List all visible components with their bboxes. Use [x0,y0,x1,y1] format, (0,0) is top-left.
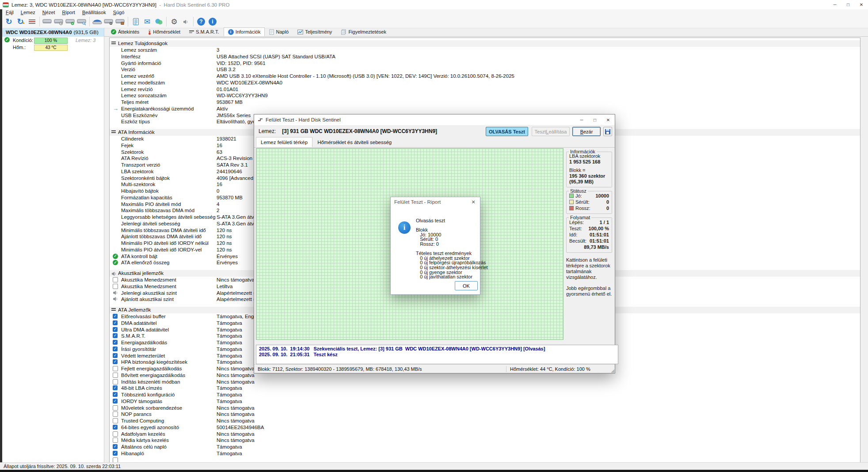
window-title: Lemez: 3, WDC WD10EZEX-08WN4A0 [WD-WCC6Y… [11,2,156,8]
tab-surface-map[interactable]: Lemez felületi térkép [256,137,312,147]
property-value: AMD USB 3.10 eXtensible Host Controller … [217,73,514,80]
property-row-lemez-modellszam[interactable]: Lemez modellszámWDC WD10EZEX-08WN4A0 [110,80,860,86]
property-row-altalanos-celu-naplo[interactable]: ✓Általános célú naplóTámogatva [110,444,860,450]
property-label: Minimális PIO átviteli idő IORDY-vel [121,247,202,253]
tab-informaciok[interactable]: iInformációk [224,27,265,36]
property-row-64-bites-egyedi-azonosito[interactable]: ✓64-bites egyedi azonosító50014EE2634946… [110,424,860,431]
toolbar-speaker-button[interactable] [180,16,191,27]
surface-maximize-button[interactable]: □ [588,114,602,125]
section-header-lemez-tulajdonsagok[interactable]: Lemez Tulajdonságok [110,40,860,47]
log-entry: 2025. 09. 10. 21:05:31 Teszt kész [259,352,615,358]
property-label: Minimális PIO átviteli idő IORDY nélkül [121,240,209,247]
tab-figyelmeztetesek[interactable]: Figyelmeztetések [336,27,391,36]
report-dialog-titlebar[interactable]: Felület Teszt - Riport ✕ [391,197,480,207]
sidebar-item-disk3[interactable]: WDC WD10EZEX-08WN4A0 (931,5 GB) [2,28,104,37]
property-value: Támogatva [217,398,242,405]
property-label: Cilinderek [121,136,144,142]
close-button[interactable]: ✕ [855,0,868,9]
menu-beallitasok[interactable]: Beállítások [79,10,110,15]
tab-naplo[interactable]: Napló [265,27,293,36]
property-row-energiatakarekossagi-uzemmod[interactable]: →Energiatakarékossági üzemmódAktív [110,106,860,112]
property-value: Támogatva [217,444,242,450]
toolbar-refresh-button[interactable]: ↻ [3,16,15,27]
toolbar-help-button[interactable]: ? [195,16,207,27]
resize-grip[interactable]: ◢ [611,368,614,373]
smart-dash-icon [189,30,194,34]
toolbar-info-button[interactable]: i [207,16,218,27]
property-row-interfesz[interactable]: InterfészUSB Attached SCSI (UASP) SAT St… [110,53,860,60]
property-row-hibanaplo[interactable]: ✓HibanaplóTámogatva [110,450,860,457]
property-value: 244190646 [217,168,242,175]
tab-teljesitmeny[interactable]: Teljesítmény [293,27,336,36]
tab-homerseklet[interactable]: Hőmérséklet [144,27,185,36]
property-row-lemez-sorszam[interactable]: Lemez sorszám3 [110,47,860,53]
checkbox-checked-icon: ✓ [113,392,118,397]
device-size: (931,5 GB) [74,30,99,35]
property-row-tobbszintu-konfiguracio[interactable]: ✓Többszintű konfigurációTámogatva [110,392,860,398]
tab-temperature-speed[interactable]: Hőmérséklet és átviteli sebesség [312,137,396,147]
toolbar-drive-check-button[interactable] [65,16,76,27]
minimize-button[interactable]: ─ [828,0,841,9]
group-statusz: StátuszJó:10000Sérült:0Rossz:0 [566,191,612,214]
stop-test-button[interactable]: Teszt Leállítása [532,127,570,136]
toolbar-mail-button[interactable]: ✉ [141,16,153,27]
drive-check-icon [65,18,75,25]
toolbar-refresh-alert-button[interactable]: ↻▲ [15,16,26,27]
read-test-button[interactable]: OLVASÁS Teszt [486,127,528,136]
toolbar-drive-box-button[interactable] [114,16,126,27]
toolbar-details-button[interactable] [26,16,38,27]
tab-attekintes[interactable]: ✓Áttekintés [107,27,144,36]
green-check-icon: ✓ [113,260,118,265]
property-row-nop-parancs[interactable]: NOP parancsNincs támogatva [110,411,860,418]
menu-nezet[interactable]: Nézet [39,10,59,15]
property-row-media-kartya-kezeles[interactable]: Média kártya kezelésNincs támogatva [110,437,860,444]
property-row-lemez-vezerlo[interactable]: Lemez vezérlőAMD USB 3.10 eXtensible Hos… [110,73,860,80]
toolbar-drive-search-button[interactable] [76,16,88,27]
property-row-48-bit-lba-cimzes[interactable]: ✓48-bit LBA címzésTámogatva [110,385,860,392]
main-titlebar[interactable]: Lemez: 3, WDC WD10EZEX-08WN4A0 [WD-WCC6Y… [0,0,868,9]
property-label: Lemez vezérlő [121,73,154,80]
surface-close-button[interactable]: ✕ [602,114,615,125]
property-row-lemez-sorozatszam[interactable]: Lemez sorozatszámWD-WCC6Y3YY3HN9 [110,92,860,99]
toolbar-network-button[interactable] [153,16,164,27]
close-surface-button[interactable]: Bezár [572,127,601,136]
toolbar-drive-blue-button[interactable] [91,16,103,27]
property-value: Támogatva [217,346,242,353]
toolbar-notes-button[interactable] [130,16,141,27]
status-label: Jó: [575,193,595,199]
toolbar-drive-clock-button[interactable] [53,16,65,27]
toolbar-gear-button[interactable]: ⚙ [168,16,180,27]
menu-riport[interactable]: Riport [59,10,79,15]
property-row-verzio[interactable]: VerzióUSB 3.2 [110,66,860,73]
property-row-teljes-meret[interactable]: Teljes méret953867 MB [110,99,860,106]
property-label: 64-bites egyedi azonosító [121,424,179,431]
toolbar-separator [89,17,90,27]
maximize-button[interactable]: □ [841,0,855,9]
surface-minimize-button[interactable]: ─ [575,114,588,125]
property-row-iordy-tamogatas[interactable]: ✓IORDY támogatásTámogatva [110,398,860,405]
surface-test-titlebar[interactable]: Felület Teszt - Hard Disk Sentinel ─ □ ✕ [254,114,615,125]
property-row-inditas-keszenleti-modban[interactable]: Indítás készenléti módbanNincs támogatva [110,379,860,385]
property-row-trusted-computing[interactable]: Trusted ComputingNincs támogatva [110,418,860,424]
report-close-button[interactable]: ✕ [467,197,480,207]
toolbar-drive-button[interactable] [42,16,53,27]
menu-fajl[interactable]: Fájl [2,10,17,15]
tab-s-m-a-r-t[interactable]: S.M.A.R.T. [185,27,224,36]
menu-lemez[interactable]: Lemez [17,10,39,15]
property-row-muveletek-sorbarendezese[interactable]: Műveletek sorbarendezéseNincs támogatva [110,405,860,411]
disk-list-sidebar: WDC WD10EZEX-08WN4A0 (931,5 GB) ✓ Kondíc… [2,28,104,462]
save-report-button[interactable] [603,127,612,136]
menu-sugo[interactable]: Súgó [110,10,128,15]
ok-button[interactable]: OK [455,281,478,290]
drive-blue-icon [92,18,102,25]
toolbar-drive-gear-button[interactable] [103,16,114,27]
disk-select-value[interactable]: [3] 931 GB WDC WD10EZEX-08WN4A0 [WD-WCC6… [282,128,437,134]
property-row-lemez-revizio[interactable]: Lemez revízió01.01A01 [110,86,860,93]
mail-icon: ✉ [144,18,150,26]
surface-test-log[interactable]: 2025. 09. 10. 19:14:30 Szekvenciális tes… [256,345,618,364]
progress-value: 01:51:01 [590,232,609,238]
property-label: Minimális többszavas DMA átviteli idő [121,227,206,234]
property-row-adatfolyam-kezeles[interactable]: Adatfolyam kezelésNincs támogatva [110,431,860,438]
property-row-gyarto-informacio[interactable]: Gyártó információVID: 152D, PID: 9561 [110,60,860,67]
toolbar-separator [39,17,40,27]
